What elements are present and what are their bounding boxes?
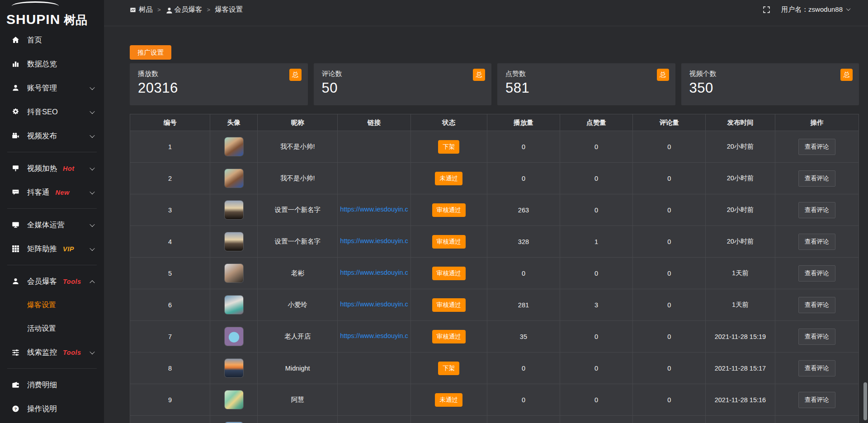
sidebar-subitem-activity-settings[interactable]: 活动设置 [0, 317, 104, 340]
status-badge: 下架 [438, 140, 459, 154]
chevron-down-icon [90, 165, 94, 170]
cell-nickname: 我不是小帅! [258, 163, 338, 194]
cell-likes: 0 [560, 384, 633, 416]
sidebar-item-video-publish[interactable]: 视频发布 [0, 124, 104, 148]
view-comments-button[interactable]: 查看评论 [798, 234, 835, 250]
stat-total-badge: 总 [473, 69, 485, 81]
cell-plays: 263 [487, 194, 560, 226]
cell-status: 审核通过 [410, 226, 487, 258]
cell-status: 审核通过 [410, 258, 487, 289]
table-row: 9阿慧未通过0002021-11-28 15:16查看评论 [130, 384, 859, 416]
breadcrumb-label: 树品 [139, 5, 153, 14]
cell-comments [633, 416, 706, 423]
stat-card: 视频个数350总 [681, 63, 859, 105]
sidebar-divider [7, 208, 97, 209]
breadcrumb-separator: > [157, 6, 161, 13]
sidebar-item-operation-guide[interactable]: ?操作说明 [0, 397, 104, 421]
cell-nickname: 老人开店 [258, 321, 338, 352]
status-badge: 未通过 [435, 393, 462, 407]
user-menu[interactable]: 用户名：zswodun88 [781, 5, 850, 14]
cell-link [338, 163, 410, 194]
sidebar-item-douyin-seo[interactable]: 抖音SEO [0, 100, 104, 124]
chevron-down-icon [90, 108, 94, 113]
wallet-icon [12, 381, 19, 389]
cell-id: 4 [130, 226, 210, 258]
stat-value: 350 [689, 80, 851, 96]
cell-status: 下架 [410, 131, 487, 163]
cell-id: 5 [130, 258, 210, 289]
cell-actions: 查看评论 [775, 289, 859, 321]
sidebar-subitem-baoke-settings[interactable]: 爆客设置 [0, 293, 104, 317]
column-header: 昵称 [258, 114, 338, 131]
breadcrumb-item-1[interactable]: 树品 [130, 5, 153, 14]
sidebar-item-label: 会员爆客 [27, 277, 57, 287]
view-comments-button[interactable]: 查看评论 [798, 392, 835, 408]
sidebar-divider [7, 265, 97, 265]
stat-value: 50 [322, 80, 484, 96]
scrollbar[interactable] [863, 382, 867, 420]
view-comments-button[interactable]: 查看评论 [798, 329, 835, 345]
stat-label: 评论数 [322, 70, 484, 78]
video-link[interactable]: https://www.iesdouyin.c [340, 237, 408, 244]
cell-avatar [210, 416, 258, 423]
sidebar-divider [7, 368, 97, 369]
sidebar-item-label: 首页 [27, 35, 42, 45]
sidebar-item-data-overview[interactable]: 数据总览 [0, 52, 104, 76]
sidebar-item-label: 视频发布 [27, 131, 57, 141]
cell-likes: 1 [560, 226, 633, 258]
sidebar-item-label: 矩阵助推 [27, 244, 57, 254]
cell-link [338, 352, 410, 384]
breadcrumb-item-2[interactable]: 会员爆客 [165, 5, 203, 14]
sidebar-item-member-baoke[interactable]: 会员爆客Tools [0, 269, 104, 293]
sidebar-item-matrix-boost[interactable]: 矩阵助推VIP [0, 237, 104, 261]
cell-nickname: 阿慧 [258, 384, 338, 416]
sidebar-item-douketong[interactable]: 抖客通New [0, 180, 104, 204]
view-comments-button[interactable]: 查看评论 [798, 265, 835, 282]
cell-likes: 0 [560, 163, 633, 194]
cell-actions: 查看评论 [775, 163, 859, 194]
table-row: 4设置一个新名字https://www.iesdouyin.c审核通过32810… [130, 226, 859, 258]
fullscreen-icon[interactable] [763, 6, 770, 14]
tag-tools: Tools [63, 278, 81, 285]
sidebar-item-account-management[interactable]: 账号管理 [0, 76, 104, 100]
view-comments-button[interactable]: 查看评论 [798, 139, 835, 155]
view-comments-button[interactable]: 查看评论 [798, 170, 835, 187]
view-comments-button[interactable]: 查看评论 [798, 360, 835, 376]
video-link[interactable]: https://www.iesdouyin.c [340, 269, 408, 276]
table-row: 2我不是小帅!未通过00020小时前查看评论 [130, 163, 859, 194]
cell-status: 下架 [410, 352, 487, 384]
avatar [225, 296, 243, 314]
cell-status [410, 416, 487, 423]
cell-time: 2021-11-28 15:16 [706, 384, 775, 416]
user-icon [12, 277, 19, 285]
avatar [225, 201, 243, 219]
video-link[interactable]: https://www.iesdouyin.c [340, 332, 408, 339]
sidebar-item-home[interactable]: 首页 [0, 28, 104, 52]
status-badge: 审核通过 [432, 298, 466, 312]
sidebar-item-label: 消费明细 [27, 380, 57, 390]
video-link[interactable]: https://www.iesdouyin.c [340, 206, 408, 213]
video-icon [12, 132, 19, 140]
cell-link [338, 416, 410, 423]
sidebar-item-media-operation[interactable]: 全媒体运营 [0, 213, 104, 237]
cell-plays: 0 [487, 163, 560, 194]
cell-actions: 查看评论 [775, 194, 859, 226]
view-comments-button[interactable]: 查看评论 [798, 202, 835, 218]
chevron-down-icon [846, 6, 851, 11]
avatar [225, 232, 243, 251]
cell-time: 2021-11-28 15:17 [706, 352, 775, 384]
cell-link: https://www.iesdouyin.c [338, 258, 410, 289]
cell-avatar [210, 194, 258, 226]
promo-settings-button[interactable]: 推广设置 [130, 45, 171, 60]
status-badge: 未通过 [435, 172, 462, 185]
cell-plays: 0 [487, 384, 560, 416]
video-link[interactable]: https://www.iesdouyin.c [340, 301, 408, 308]
sidebar-item-video-heat[interactable]: 视频加热Hot [0, 156, 104, 180]
status-badge: 审核通过 [432, 267, 466, 280]
view-comments-button[interactable]: 查看评论 [798, 297, 835, 313]
cell-likes: 0 [560, 131, 633, 163]
breadcrumb-label: 会员爆客 [175, 5, 203, 14]
sidebar-item-consumption-detail[interactable]: 消费明细 [0, 373, 104, 397]
sidebar-item-clue-monitor[interactable]: 线索监控Tools [0, 340, 104, 364]
chevron-down-icon [90, 132, 94, 137]
